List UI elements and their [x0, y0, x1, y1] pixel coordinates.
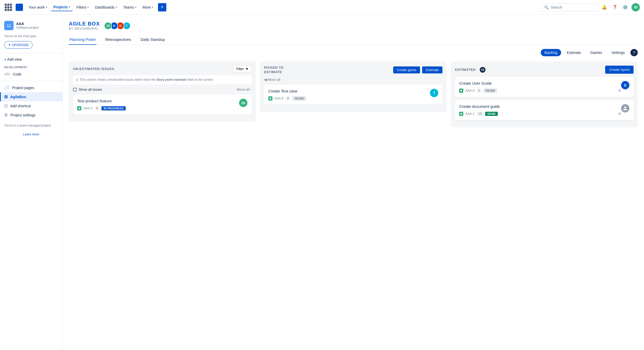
picked-column: PICKED TO ESTIMATE Create game Estimate …: [260, 61, 447, 112]
picked-header: PICKED TO ESTIMATE Create game Estimate: [264, 66, 443, 74]
card-meta: AAA-2 8 IN PROGRESS: [77, 106, 239, 110]
agilebox-icon: ⊞: [4, 94, 8, 99]
card-title: Test product feature: [77, 99, 247, 103]
issue-points: 8: [285, 96, 290, 101]
create-game-button[interactable]: Create game: [393, 66, 420, 73]
main-layout: 🗂 AAA Software project You're on the Fre…: [0, 15, 644, 350]
sidebar-item-project-settings[interactable]: ⚙ Project settings: [0, 110, 62, 120]
tab-planning-poker[interactable]: Planning Poker: [69, 35, 96, 45]
unestimated-header: UN-ESTIMATED ISSUES Filter ▼: [73, 66, 252, 72]
project-subtitle: BY DEVSAMURAI: [69, 27, 100, 30]
issue-type-icon: [459, 89, 463, 93]
subnav-backlog[interactable]: Backlog: [541, 49, 561, 56]
filter-button[interactable]: Filter ▼: [233, 66, 252, 72]
chevron-down-icon: ▾: [135, 6, 136, 9]
sidebar-item-pages[interactable]: 📄 Project pages: [0, 83, 62, 92]
nav-right-section: 🔍 Search 🔔 ❓ ⚙️ JD: [541, 3, 640, 11]
show-all-checkbox[interactable]: Show all issues: [73, 88, 102, 91]
tab-retrospectives[interactable]: Retrospectives: [105, 35, 132, 45]
info-icon: ℹ: [76, 78, 77, 82]
recycle-icon[interactable]: ↺: [618, 89, 621, 93]
project-name: AAA: [16, 22, 39, 26]
subnav-games[interactable]: Games: [587, 49, 606, 56]
nav-your-work[interactable]: Your work ▾: [26, 4, 50, 11]
sidebar-item-add-shortcut[interactable]: ⊡ Add shortcut: [0, 101, 62, 110]
help-button[interactable]: ❓: [611, 3, 619, 11]
filter-icon: ▼: [245, 67, 249, 71]
chevron-down-icon: ▾: [87, 6, 89, 9]
issue-type-icon: [77, 106, 81, 110]
show-all-row: Show all issues Move all ›: [73, 88, 252, 91]
dev-section-label: DEVELOPMENT: [0, 64, 62, 70]
main-tabs: Planning Poker Retrospectives Daily Stan…: [69, 35, 638, 45]
card-title: Create User Guide: [459, 81, 629, 85]
upgrade-button[interactable]: ✦ UPGRADE: [4, 41, 33, 49]
plan-info: You're on the Free plan: [0, 33, 62, 41]
user-avatar[interactable]: JD: [631, 3, 640, 11]
card-title: Create Test case: [268, 89, 439, 93]
search-icon: 🔍: [544, 5, 549, 9]
create-button[interactable]: +: [158, 3, 166, 11]
add-shortcut-icon: ⊡: [4, 103, 8, 108]
estimated-card-2: Create document guide AAA-1 10 DONE ↺: [455, 100, 634, 120]
recycle-icon[interactable]: ↺: [618, 112, 621, 116]
subnav-estimate[interactable]: Estimate: [563, 49, 585, 56]
project-header: AGILE BOX BY DEVSAMURAI JD D O T: [69, 21, 638, 30]
nav-filters[interactable]: Filters ▾: [74, 4, 91, 11]
nav-projects[interactable]: Projects ▾: [51, 3, 73, 11]
card-avatar-anon: [621, 104, 629, 113]
sidebar: 🗂 AAA Software project You're on the Fre…: [0, 15, 63, 350]
estimated-header: ESTIMATED 15 Create Sprint: [455, 66, 634, 74]
card-avatar-jd: JD: [239, 99, 247, 107]
nav-teams[interactable]: Teams ▾: [121, 4, 139, 11]
help-circle-button[interactable]: ?: [630, 49, 638, 56]
avatar-jd: JD: [104, 22, 112, 30]
card-title: Create document guide: [459, 104, 629, 109]
app-grid-button[interactable]: [4, 3, 13, 11]
picked-card-1: T Create Test case AAA-3 8 TO DO: [264, 85, 443, 105]
move-all-left-button[interactable]: ◀ Move all: [264, 78, 443, 82]
sidebar-item-agilebox[interactable]: ⊞ AgileBox: [0, 92, 62, 101]
learn-more-link[interactable]: Learn more: [0, 133, 62, 136]
sidebar-divider-2: [0, 81, 62, 81]
chevron-down-icon: ▾: [116, 6, 117, 9]
status-badge: TO DO: [484, 89, 497, 93]
sidebar-divider: [0, 53, 62, 53]
sub-navigation: Backlog Estimate Games Settings ?: [69, 49, 638, 56]
tab-daily-standup[interactable]: Daily Standup: [140, 35, 165, 45]
estimated-card-1: D Create User Guide AAA-4 5 TO DO ↺: [455, 77, 634, 97]
nav-dashboards[interactable]: Dashboards ▾: [92, 4, 120, 11]
issue-id: AAA-1: [465, 112, 475, 116]
card-avatar-t: T: [430, 89, 438, 97]
estimated-column: ESTIMATED 15 Create Sprint D Create User…: [451, 61, 638, 127]
create-sprint-button[interactable]: Create Sprint: [605, 66, 634, 74]
top-navigation: Your work ▾ Projects ▾ Filters ▾ Dashboa…: [0, 0, 644, 15]
notifications-button[interactable]: 🔔: [600, 3, 609, 11]
picked-title: PICKED TO ESTIMATE: [264, 66, 284, 74]
settings-icon: ⚙: [4, 113, 8, 117]
search-box[interactable]: 🔍 Search: [541, 3, 598, 11]
jira-logo[interactable]: [16, 4, 23, 11]
issue-points: 8: [95, 106, 100, 110]
sidebar-item-code[interactable]: </> Code: [0, 70, 62, 79]
issue-id: AAA-4: [465, 89, 475, 92]
settings-button[interactable]: ⚙️: [621, 3, 629, 11]
estimate-button[interactable]: Estimate: [422, 66, 443, 73]
status-badge: DONE: [485, 112, 498, 116]
issue-points: 5: [477, 89, 482, 93]
chevron-down-icon: ▾: [152, 6, 153, 9]
estimated-title: ESTIMATED: [455, 68, 476, 72]
card-meta: AAA-4 5 TO DO ↺: [459, 89, 621, 93]
checkbox[interactable]: [73, 88, 77, 91]
main-content: AGILE BOX BY DEVSAMURAI JD D O T Plannin…: [63, 15, 644, 350]
add-view-button[interactable]: + Add view: [0, 55, 62, 64]
status-badge: IN PROGRESS: [101, 106, 125, 110]
chevron-down-icon: ▾: [46, 6, 47, 9]
code-icon: </>: [4, 72, 10, 77]
subnav-settings[interactable]: Settings: [608, 49, 628, 56]
nav-more[interactable]: More ▾: [140, 4, 156, 11]
issue-id: AAA-3: [275, 97, 284, 100]
move-all-right-button[interactable]: Move all ›: [237, 88, 252, 91]
unestimated-column: UN-ESTIMATED ISSUES Filter ▼ ℹ This colu…: [69, 61, 256, 122]
pages-icon: 📄: [4, 85, 9, 90]
